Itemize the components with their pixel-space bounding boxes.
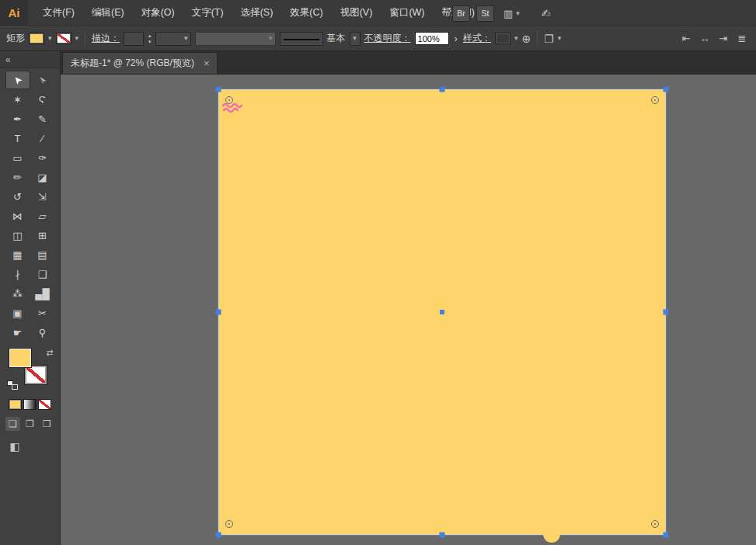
gradient-tool[interactable]: ▤ [30,245,55,264]
pencil-tool[interactable]: ✏ [5,168,30,186]
pen-tool[interactable]: ✒ [5,109,30,128]
opacity-expand-icon[interactable]: › [453,33,459,44]
artboard-tool[interactable]: ▣ [5,304,30,322]
live-corner-widget-bottom-left[interactable] [225,520,233,528]
opacity-input[interactable] [415,32,449,45]
spin-down-icon[interactable]: ▾ [148,39,152,44]
shape-builder-icon: ◫ [12,231,22,241]
selection-handle[interactable] [664,87,669,92]
blend-tool[interactable]: ❑ [30,265,55,283]
hand-tool[interactable]: ☛ [5,323,30,342]
color-button[interactable] [9,399,22,410]
selection-handle[interactable] [216,87,221,92]
menu-item-5[interactable]: 选择(S) [232,0,282,26]
stock-button[interactable]: St [476,5,494,22]
opacity-panel-link[interactable]: 不透明度： [364,32,411,45]
drawing-hand-icon[interactable]: ✍ [542,7,551,19]
symbol-sprayer-icon: ⁂ [12,289,23,299]
menu-item-2[interactable]: 编辑(E) [83,0,133,26]
menu-item-7[interactable]: 视图(V) [332,0,381,26]
selection-handle[interactable] [440,533,445,538]
menu-item-1[interactable]: 文件(F) [34,0,83,26]
spin-up-icon[interactable]: ▴ [148,33,152,38]
distribute-button[interactable]: ≣ [734,31,750,47]
artboard-rectangle[interactable] [218,89,666,535]
style-panel-link[interactable]: 样式： [463,32,491,45]
selection-handle[interactable] [664,310,669,315]
style-swatch[interactable] [495,33,510,44]
perspective-grid-tool[interactable]: ⊞ [30,226,55,245]
draw-inside-mode-button[interactable]: ❒ [40,417,54,431]
brush-definition-preview[interactable] [280,32,323,46]
menu-item-4[interactable]: 文字(T) [183,0,232,26]
width-profile-dropdown[interactable]: ▾ [195,32,276,46]
control-bar: 矩形 ▾ ▾ 描边： ▴ ▾ ▾ ▾ 基本 ▾ 不透明度： › 样式： ▾ ⊕ … [0,26,756,51]
lasso-tool[interactable]: Ϛ [30,90,55,109]
column-graph-tool[interactable]: ▄█ [30,284,55,303]
fill-chevron-icon[interactable]: ▾ [48,35,52,42]
mesh-tool[interactable]: ▦ [5,245,30,264]
menu-item-8[interactable]: 窗口(W) [381,0,433,26]
collapse-tools-button[interactable]: « [0,51,60,68]
brush-definition-dropdown[interactable]: ▾ [350,32,361,46]
selection-handle[interactable] [440,87,445,92]
rectangle-tool[interactable]: ▭ [5,148,30,167]
default-fill-stroke-icon[interactable] [7,380,18,390]
workspace-switcher[interactable]: ▥ ▾ [500,6,523,21]
document-setup-globe-icon[interactable]: ⊕ [521,33,531,45]
yellow-ellipse[interactable] [543,526,560,543]
shape-builder-tool[interactable]: ◫ [5,226,30,245]
canvas[interactable] [61,75,756,545]
stroke-weight-input[interactable] [124,32,144,46]
close-tab-icon[interactable]: × [204,58,210,68]
magic-wand-tool[interactable]: ✶ [5,90,30,109]
menu-item-6[interactable]: 效果(C) [281,0,331,26]
stroke-chevron-icon[interactable]: ▾ [75,35,79,42]
stroke-panel-link[interactable]: 描边： [92,32,120,45]
align-center-button[interactable]: ↔ [697,31,712,47]
eraser-tool[interactable]: ◪ [30,168,55,186]
none-button[interactable] [38,399,51,410]
stroke-weight-stepper[interactable]: ▴ ▾ [148,33,152,44]
free-transform-tool[interactable]: ▱ [30,207,55,225]
live-corner-widget-top-right[interactable] [651,96,659,104]
selection-handle[interactable] [664,533,669,538]
swap-fill-stroke-icon[interactable]: ⇄ [46,348,53,358]
curvature-tool[interactable]: ✎ [30,109,55,128]
selection-icon: ➤ [11,74,24,87]
live-corner-widget-bottom-right[interactable] [651,520,659,528]
style-chevron-icon[interactable]: ▾ [514,35,518,42]
paintbrush-tool[interactable]: ✑ [30,148,55,167]
arrange-chevron-icon[interactable]: ▾ [558,35,562,42]
stroke-weight-dropdown[interactable]: ▾ [155,32,191,46]
align-right-button[interactable]: ⇥ [716,31,731,47]
width-tool[interactable]: ⋈ [5,207,30,225]
change-screen-mode-button[interactable]: ◧ [6,439,23,454]
selection-center-point[interactable] [440,310,444,314]
line-segment-tool[interactable]: ∕ [30,129,55,148]
arrange-documents-icon[interactable]: ❐ [544,33,554,45]
selection-handle[interactable] [216,533,221,538]
symbol-sprayer-tool[interactable]: ⁂ [5,284,30,303]
draw-normal-mode-button[interactable]: ❏ [5,417,20,431]
live-corner-widget-top-left[interactable] [225,96,233,104]
fill-stroke-indicator: ⇄ [5,348,55,391]
slice-tool[interactable]: ✂ [30,304,55,322]
scale-tool[interactable]: ⇲ [30,187,55,206]
zoom-tool[interactable]: ⚲ [30,323,55,342]
menu-item-3[interactable]: 对象(O) [133,0,183,26]
fill-swatch[interactable] [9,348,32,368]
align-left-button[interactable]: ⇤ [678,31,694,47]
document-tab[interactable]: 未标题-1* @ 72% (RGB/预览) × [62,52,218,74]
stroke-color-swatch[interactable] [56,33,71,44]
fill-color-swatch[interactable] [29,33,44,44]
type-tool[interactable]: T [5,129,30,148]
eyedropper-tool[interactable]: ∤ [5,265,30,283]
selection-handle[interactable] [216,310,221,315]
direct-selection-tool[interactable]: ➢ [30,71,55,89]
draw-behind-mode-button[interactable]: ❐ [23,417,37,431]
gradient-button[interactable] [23,399,37,410]
rotate-tool[interactable]: ↺ [5,187,30,206]
bridge-button[interactable]: Br [452,5,470,22]
selection-tool[interactable]: ➤ [5,71,30,89]
